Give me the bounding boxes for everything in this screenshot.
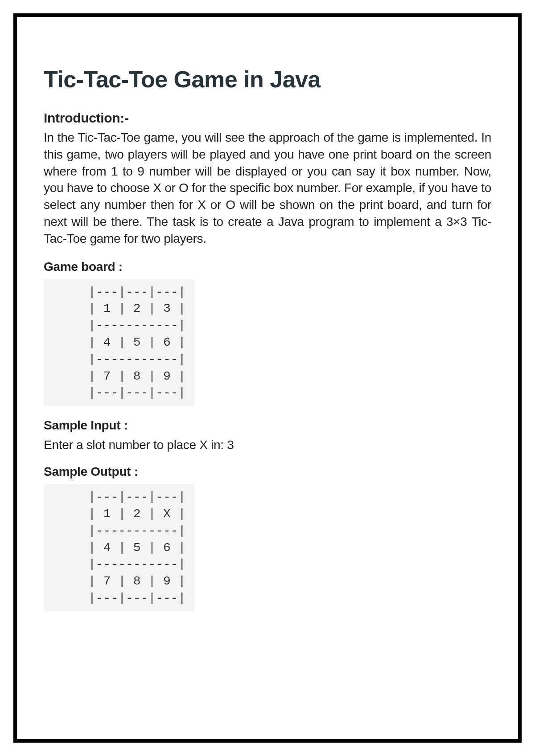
game-board-heading: Game board : xyxy=(44,260,491,274)
sample-output-heading: Sample Output : xyxy=(44,465,491,479)
page-title: Tic-Tac-Toe Game in Java xyxy=(44,66,491,93)
sample-output-code: |---|---|---| | 1 | 2 | X | |-----------… xyxy=(44,484,194,611)
page-border: Tic-Tac-Toe Game in Java Introduction:- … xyxy=(13,13,522,743)
sample-input-text: Enter a slot number to place X in: 3 xyxy=(44,438,491,452)
sample-input-heading: Sample Input : xyxy=(44,418,491,433)
introduction-heading: Introduction:- xyxy=(44,110,491,126)
game-board-code: |---|---|---| | 1 | 2 | 3 | |-----------… xyxy=(44,279,194,406)
introduction-text: In the Tic-Tac-Toe game, you will see th… xyxy=(44,129,491,247)
